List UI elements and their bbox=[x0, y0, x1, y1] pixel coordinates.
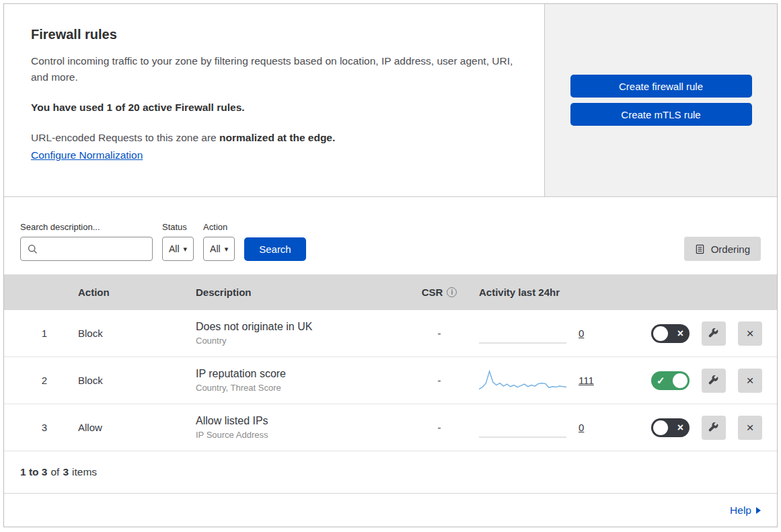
toggle-knob bbox=[653, 420, 668, 435]
search-description-input[interactable] bbox=[43, 243, 145, 254]
ordering-button[interactable]: Ordering bbox=[684, 237, 761, 261]
rule-action: Block bbox=[71, 375, 189, 386]
chevron-down-icon: ▾ bbox=[225, 245, 229, 253]
activity-count-link[interactable]: 0 bbox=[579, 422, 584, 433]
search-icon bbox=[28, 244, 38, 254]
search-label: Search description... bbox=[20, 222, 153, 232]
rule-criteria: IP Source Address bbox=[196, 430, 409, 440]
action-dropdown[interactable]: All ▾ bbox=[203, 237, 235, 261]
bottom-bar: Help bbox=[4, 493, 777, 527]
rule-action: Block bbox=[71, 328, 189, 339]
status-dropdown[interactable]: All ▾ bbox=[162, 237, 194, 261]
toggle-knob bbox=[673, 373, 687, 388]
check-icon: ✓ bbox=[657, 375, 665, 385]
col-header-description: Description bbox=[189, 287, 409, 298]
table-row: 2 Block IP reputation score Country, Thr… bbox=[4, 357, 777, 404]
chevron-down-icon: ▾ bbox=[184, 245, 188, 253]
rule-criteria: Country bbox=[196, 336, 409, 346]
x-icon: × bbox=[677, 328, 683, 338]
rule-csr: - bbox=[409, 375, 470, 386]
items-total: 3 bbox=[63, 466, 69, 478]
rule-csr: - bbox=[409, 422, 470, 433]
rule-priority: 2 bbox=[4, 375, 71, 386]
status-dropdown-value: All bbox=[169, 243, 180, 254]
arrow-right-icon bbox=[756, 507, 761, 514]
table-header: Action Description CSR i Activity last 2… bbox=[4, 274, 777, 310]
action-label: Action bbox=[203, 222, 235, 232]
rule-enabled-toggle[interactable]: ✓ × bbox=[651, 324, 690, 343]
table-row: 3 Allow Allow listed IPs IP Source Addre… bbox=[4, 404, 777, 451]
help-label: Help bbox=[730, 504, 751, 517]
activity-count-link[interactable]: 111 bbox=[579, 375, 594, 386]
activity-sparkline bbox=[479, 369, 566, 393]
col-header-csr: CSR bbox=[422, 287, 443, 298]
col-header-action: Action bbox=[71, 287, 189, 298]
rule-criteria: Country, Threat Score bbox=[196, 383, 409, 393]
delete-rule-button[interactable]: × bbox=[738, 321, 762, 346]
col-header-activity: Activity last 24hr bbox=[470, 287, 638, 298]
activity-sparkline bbox=[479, 321, 566, 346]
rule-enabled-toggle[interactable]: ✓ × bbox=[651, 418, 690, 437]
create-firewall-rule-button[interactable]: Create firewall rule bbox=[570, 75, 752, 98]
rule-description: IP reputation score bbox=[196, 368, 409, 380]
rule-description: Does not originate in UK bbox=[196, 321, 409, 333]
items-range: 1 to 3 bbox=[20, 466, 47, 478]
info-icon[interactable]: i bbox=[447, 287, 457, 297]
edit-rule-button[interactable] bbox=[702, 369, 726, 393]
status-label: Status bbox=[162, 222, 194, 232]
ordering-list-icon bbox=[695, 244, 705, 254]
page-header: Firewall rules Control incoming traffic … bbox=[4, 4, 777, 197]
edit-rule-button[interactable] bbox=[702, 321, 726, 346]
activity-count-link[interactable]: 0 bbox=[579, 328, 584, 339]
rule-csr: - bbox=[409, 328, 470, 339]
help-link[interactable]: Help bbox=[730, 504, 761, 517]
ordering-button-label: Ordering bbox=[711, 243, 750, 255]
x-icon: × bbox=[677, 422, 683, 432]
toggle-knob bbox=[653, 326, 668, 341]
header-actions-panel: Create firewall rule Create mTLS rule bbox=[545, 4, 777, 196]
delete-rule-button[interactable]: × bbox=[738, 369, 762, 393]
create-mtls-rule-button[interactable]: Create mTLS rule bbox=[570, 103, 752, 126]
edit-rule-button[interactable] bbox=[702, 416, 726, 440]
wrench-icon bbox=[708, 422, 719, 433]
rule-priority: 1 bbox=[4, 328, 71, 339]
close-icon: × bbox=[746, 326, 753, 341]
items-summary: 1 to 3 of 3 items bbox=[4, 451, 777, 493]
configure-normalization-link[interactable]: Configure Normalization bbox=[31, 149, 143, 161]
firewall-rules-page: Firewall rules Control incoming traffic … bbox=[3, 3, 778, 527]
rule-action: Allow bbox=[71, 422, 189, 433]
rule-enabled-toggle[interactable]: ✓ × bbox=[651, 371, 690, 390]
wrench-icon bbox=[708, 328, 719, 339]
close-icon: × bbox=[746, 420, 753, 435]
action-dropdown-value: All bbox=[210, 243, 221, 254]
delete-rule-button[interactable]: × bbox=[738, 416, 762, 440]
search-box[interactable] bbox=[20, 237, 153, 261]
rule-description: Allow listed IPs bbox=[196, 415, 409, 427]
close-icon: × bbox=[746, 373, 753, 388]
filter-bar: Search description... Status All ▾ Actio… bbox=[4, 197, 777, 274]
table-row: 1 Block Does not originate in UK Country… bbox=[4, 310, 777, 357]
activity-sparkline bbox=[479, 416, 566, 440]
rule-priority: 3 bbox=[4, 422, 71, 433]
page-description: Control incoming traffic to your zone by… bbox=[31, 53, 517, 85]
page-title: Firewall rules bbox=[31, 27, 517, 42]
search-button[interactable]: Search bbox=[244, 237, 306, 261]
wrench-icon bbox=[708, 375, 719, 386]
normalization-note: URL-encoded Requests to this zone are no… bbox=[31, 132, 517, 144]
usage-summary: You have used 1 of 20 active Firewall ru… bbox=[31, 102, 517, 114]
